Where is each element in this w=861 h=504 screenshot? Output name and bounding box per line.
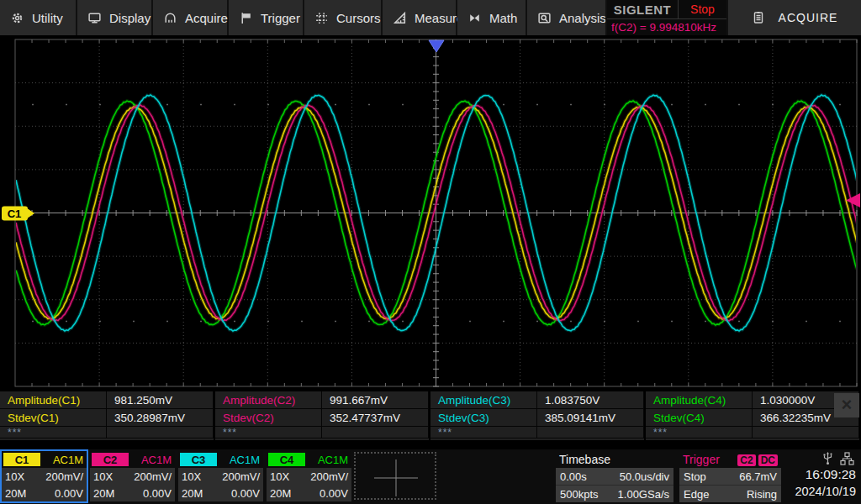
frequency-counter-readout: f(C2) = 9.994810kHz (607, 19, 726, 35)
clock-date: 2024/10/19 (779, 483, 856, 500)
channel-bandwidth: 20M (182, 487, 203, 500)
usb-icon (822, 452, 833, 465)
close-icon: × (842, 394, 853, 415)
close-measure-table-button[interactable]: × (834, 393, 859, 417)
measure-icon (393, 11, 407, 25)
measurement-value: 1.083750V (537, 391, 644, 409)
channel-offset: 0.00V (143, 487, 172, 500)
display-icon (87, 11, 102, 25)
channel-attenuation: 10X (93, 470, 113, 483)
channel-id-badge: C3 (180, 453, 217, 466)
measurement-label: Stdev(C2) (215, 409, 322, 427)
channel-box-c3[interactable]: C3 AC1M 10X200mV/ 20M0.00V (178, 451, 263, 501)
timebase-delay: 0.00s (560, 470, 587, 483)
measurement-group-c1: Amplitude(C1) 981.250mV Stdev(C1) 350.28… (0, 391, 214, 440)
measurement-table: Amplitude(C1) 981.250mV Stdev(C1) 350.28… (0, 391, 861, 440)
math-icon (467, 11, 482, 25)
trigger-title: Trigger (683, 453, 720, 466)
channel-attenuation: 10X (182, 470, 201, 483)
measurement-label: Amplitude(C4) (646, 391, 753, 409)
channel-box-c1[interactable]: C1 AC1M 10X200mV/ 20M0.00V (2, 451, 87, 501)
trigger-level: 66.7mV (739, 470, 777, 483)
channel-coupling: AC1M (230, 454, 260, 466)
measurement-empty-cell (537, 427, 644, 438)
menu-label: Measure (415, 11, 463, 25)
channel-box-c4[interactable]: C4 AC1M 10X200mV/ 20M0.00V (267, 451, 351, 501)
channel-box-c2[interactable]: C2 AC1M 10X200mV/ 20M0.00V (90, 451, 175, 501)
timebase-title: Timebase (556, 451, 673, 468)
measurement-value: 981.250mV (107, 391, 214, 409)
measurement-value: 352.47737mV (322, 409, 429, 427)
measurement-label: Stdev(C1) (0, 409, 107, 427)
cursors-icon (314, 11, 329, 25)
measurement-empty-cell (753, 427, 859, 438)
menu-math[interactable]: Math (457, 0, 527, 35)
run-state-indicator[interactable]: Stop (679, 0, 726, 18)
channel-coupling: AC1M (53, 454, 83, 466)
measurement-empty-cell (107, 427, 214, 438)
measurement-label: Stdev(C3) (430, 409, 537, 427)
lan-icon (840, 452, 854, 465)
measurement-group-c3: Amplitude(C3) 1.083750V Stdev(C3) 385.09… (430, 391, 644, 440)
channel-scale: 200mV/ (45, 470, 83, 483)
measurement-empty-cell (322, 427, 429, 438)
measurement-label: Amplitude(C2) (215, 391, 322, 409)
measurement-value: 385.09141mV (537, 409, 644, 427)
add-trace-dropzone[interactable] (354, 452, 436, 500)
channel-coupling: AC1M (318, 454, 348, 466)
menu-cursors[interactable]: Cursors (304, 0, 383, 35)
trigger-type: Edge (684, 488, 709, 501)
menu-trigger[interactable]: Trigger (229, 0, 304, 35)
menu-measure[interactable]: Measure (383, 0, 457, 35)
measurement-group-c4: Amplitude(C4) 1.030000V Stdev(C4) 366.32… (646, 391, 859, 440)
menu-label: Display (109, 11, 151, 25)
measurement-placeholder[interactable]: *** (430, 427, 537, 438)
channel-badge-text: C1 (8, 207, 22, 220)
channel-id-badge: C4 (268, 453, 305, 466)
menu-analysis[interactable]: Analysis (527, 0, 606, 35)
trigger-slope: Rising (747, 488, 777, 501)
siglent-logo: SIGLENT (607, 0, 679, 18)
crosshair-icon (371, 456, 421, 500)
timebase-sample-rate: 1.00GSa/s (618, 488, 669, 501)
trigger-source-badge: C2 (737, 454, 755, 466)
measurement-placeholder[interactable]: *** (215, 427, 322, 438)
channel-offset-badge[interactable]: C1 (2, 207, 34, 221)
channel-attenuation: 10X (270, 470, 289, 483)
channel-scale: 200mV/ (222, 470, 260, 483)
measurement-label: Stdev(C4) (646, 409, 753, 427)
channel-bandwidth: 20M (5, 487, 26, 500)
channel-scale: 200mV/ (134, 470, 172, 483)
measurement-group-c2: Amplitude(C2) 991.667mV Stdev(C2) 352.47… (215, 391, 429, 440)
measurement-placeholder[interactable]: *** (646, 427, 753, 438)
acquire-icon (163, 11, 177, 25)
menu-label: Cursors (336, 11, 381, 25)
trigger-flag-icon (239, 11, 253, 25)
channel-offset: 0.00V (231, 487, 260, 500)
trigger-status: Stop (684, 470, 706, 483)
menu-label: Acquire (185, 11, 228, 25)
clipboard-icon (752, 10, 765, 25)
menu-display[interactable]: Display (77, 0, 153, 35)
menu-label: Trigger (261, 11, 300, 25)
gear-icon (10, 11, 24, 25)
menu-acquire[interactable]: Acquire (153, 0, 229, 35)
menu-label: Analysis (559, 11, 606, 25)
clock-time: 16:09:28 (779, 466, 856, 483)
channel-attenuation: 10X (5, 470, 24, 483)
brand-status-box: SIGLENT Stop f(C2) = 9.994810kHz (605, 0, 728, 35)
acquire-menu-button[interactable]: ACQUIRE (728, 0, 861, 35)
menu-utility[interactable]: Utility (0, 0, 77, 35)
waveform-display: C1 (0, 35, 861, 391)
menu-label: Math (489, 11, 517, 25)
measurement-placeholder[interactable]: *** (0, 427, 107, 438)
timebase-points: 500kpts (560, 488, 599, 501)
channel-bandwidth: 20M (93, 487, 114, 500)
measurement-label: Amplitude(C3) (430, 391, 537, 409)
measurement-label: Amplitude(C1) (0, 391, 107, 409)
timebase-panel[interactable]: Timebase 0.00s50.0us/div 500kpts1.00GSa/… (556, 451, 673, 501)
trigger-panel[interactable]: Trigger C2DC Stop66.7mV EdgeRising (679, 451, 781, 501)
trigger-position-marker[interactable] (429, 40, 444, 52)
channel-id-badge: C1 (3, 453, 40, 466)
menu-label: Utility (32, 11, 63, 25)
